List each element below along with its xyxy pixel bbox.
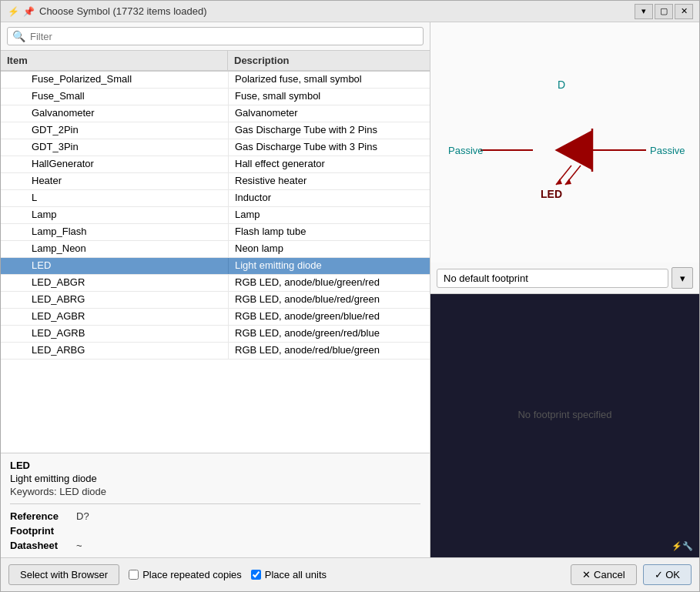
main-window: ⚡ 📌 Choose Symbol (17732 items loaded) ▾… [0, 0, 700, 592]
select-with-browser-button[interactable]: Select with Browser [8, 564, 119, 585]
minimize-button[interactable]: ▾ [635, 4, 653, 19]
search-bar: 🔍 [1, 22, 430, 51]
desc-cell: Galvanometer [228, 105, 430, 122]
info-name: LED [10, 460, 420, 471]
table-row[interactable]: LEDLight emitting diode [1, 258, 430, 275]
item-cell: L [1, 190, 228, 206]
desc-cell: Gas Discharge Tube with 2 Pins [228, 122, 430, 139]
item-cell: GDT_3Pin [1, 139, 228, 156]
keywords-label: Keywords: [10, 486, 57, 497]
table-row[interactable]: HallGeneratorHall effect generator [1, 156, 430, 173]
datasheet-value: ~ [76, 540, 82, 551]
cancel-button[interactable]: ✕ Cancel [571, 564, 636, 585]
close-button[interactable]: ✕ [675, 4, 693, 19]
table-row[interactable]: Lamp_NeonNeon lamp [1, 241, 430, 258]
info-keywords: Keywords: LED diode [10, 486, 420, 497]
title-bar: ⚡ 📌 Choose Symbol (17732 items loaded) ▾… [1, 1, 699, 22]
desc-cell: Neon lamp [228, 241, 430, 257]
item-cell: Lamp [1, 207, 228, 223]
item-cell: LED_ABGR [1, 275, 228, 291]
desc-cell: Hall effect generator [228, 156, 430, 172]
table-row[interactable]: Lamp_FlashFlash lamp tube [1, 224, 430, 241]
svg-marker-7 [565, 179, 571, 185]
desc-cell: Light emitting diode [228, 258, 430, 274]
table-row[interactable]: GDT_2PinGas Discharge Tube with 2 Pins [1, 122, 430, 139]
item-cell: LED_ARBG [1, 343, 228, 359]
info-divider [10, 503, 420, 504]
item-cell: LED [1, 258, 228, 274]
maximize-button[interactable]: ▢ [655, 4, 673, 19]
watermark: ⚡🔧 [672, 541, 693, 551]
watermark-bar: ⚡🔧 [430, 534, 699, 557]
svg-marker-2 [556, 131, 592, 169]
info-description: Light emitting diode [10, 473, 420, 484]
place-units-checkbox[interactable] [251, 570, 261, 580]
prop-row-footprint: Footprint [10, 525, 420, 537]
item-cell: Heater [1, 173, 228, 189]
desc-cell: RGB LED, anode/blue/red/green [228, 292, 430, 308]
desc-cell: RGB LED, anode/green/blue/red [228, 309, 430, 325]
prop-row-reference: Reference D? [10, 510, 420, 522]
desc-cell: Flash lamp tube [228, 224, 430, 240]
cancel-label: Cancel [594, 569, 625, 580]
item-cell: HallGenerator [1, 156, 228, 172]
ok-icon: ✓ [655, 569, 666, 580]
symbol-table[interactable]: Fuse_Polarized_SmallPolarized fuse, smal… [1, 72, 430, 453]
item-cell: Lamp_Flash [1, 224, 228, 240]
item-cell: LED_AGBR [1, 309, 228, 325]
table-row[interactable]: LInductor [1, 190, 430, 207]
keywords-value: LED diode [59, 486, 106, 497]
col-header-item: Item [1, 51, 228, 70]
footprint-label: Footprint [10, 525, 72, 537]
place-copies-checkbox[interactable] [129, 570, 139, 580]
table-row[interactable]: GalvanometerGalvanometer [1, 105, 430, 122]
item-cell: LED_AGRB [1, 326, 228, 342]
place-copies-label[interactable]: Place repeated copies [129, 569, 242, 580]
footprint-select[interactable]: No default footprint [437, 269, 668, 288]
table-row[interactable]: LED_ABRGRGB LED, anode/blue/red/green [1, 292, 430, 309]
place-all-units-label[interactable]: Place all units [251, 569, 327, 580]
bottom-bar: Select with Browser Place repeated copie… [1, 557, 699, 591]
title-bar-app-icons: ⚡ 📌 [7, 5, 35, 18]
item-cell: Galvanometer [1, 105, 228, 122]
reference-label: Reference [10, 510, 72, 522]
table-row[interactable]: Fuse_SmallFuse, small symbol [1, 89, 430, 105]
desc-cell: Gas Discharge Tube with 3 Pins [228, 139, 430, 156]
symbol-svg: Passive Passive D LED [442, 65, 688, 219]
right-panel: Passive Passive D LED No default footpri… [430, 22, 699, 557]
desc-cell: Resistive heater [228, 173, 430, 189]
ok-button[interactable]: ✓ OK [643, 564, 692, 585]
cancel-icon: ✕ [582, 569, 594, 580]
table-row[interactable]: GDT_3PinGas Discharge Tube with 3 Pins [1, 139, 430, 156]
col-header-desc: Description [228, 51, 430, 70]
table-row[interactable]: LampLamp [1, 207, 430, 224]
desc-cell: RGB LED, anode/green/red/blue [228, 326, 430, 342]
desc-cell: RGB LED, anode/blue/green/red [228, 275, 430, 291]
table-row[interactable]: LED_ABGRRGB LED, anode/blue/green/red [1, 275, 430, 292]
table-row[interactable]: HeaterResistive heater [1, 173, 430, 190]
no-footprint-text: No footprint specified [517, 409, 611, 420]
table-row[interactable]: LED_ARBGRGB LED, anode/red/blue/green [1, 343, 430, 360]
table-header: Item Description [1, 51, 430, 72]
info-properties: Reference D? Footprint Datasheet ~ [10, 510, 420, 551]
desc-cell: RGB LED, anode/red/blue/green [228, 343, 430, 359]
table-row[interactable]: Fuse_Polarized_SmallPolarized fuse, smal… [1, 72, 430, 89]
desc-cell: Lamp [228, 207, 430, 223]
item-cell: LED_ABRG [1, 292, 228, 308]
main-content: 🔍 Item Description Fuse_Polarized_SmallP… [1, 22, 699, 557]
left-panel: 🔍 Item Description Fuse_Polarized_SmallP… [1, 22, 430, 557]
footprint-selector: No default footprint ▾ [430, 263, 699, 294]
ok-label: OK [665, 569, 680, 580]
item-cell: Lamp_Neon [1, 241, 228, 257]
place-units-text: Place all units [265, 569, 327, 580]
reference-value: D? [76, 510, 89, 522]
table-row[interactable]: LED_AGBRRGB LED, anode/green/blue/red [1, 309, 430, 326]
footprint-dropdown-button[interactable]: ▾ [672, 267, 693, 289]
title-bar-left: ⚡ 📌 Choose Symbol (17732 items loaded) [7, 5, 207, 18]
item-cell: Fuse_Polarized_Small [1, 72, 228, 88]
table-row[interactable]: LED_AGRBRGB LED, anode/green/red/blue [1, 326, 430, 343]
datasheet-label: Datasheet [10, 540, 72, 551]
svg-marker-5 [556, 179, 562, 185]
search-input[interactable] [30, 31, 418, 42]
desc-cell: Fuse, small symbol [228, 89, 430, 105]
